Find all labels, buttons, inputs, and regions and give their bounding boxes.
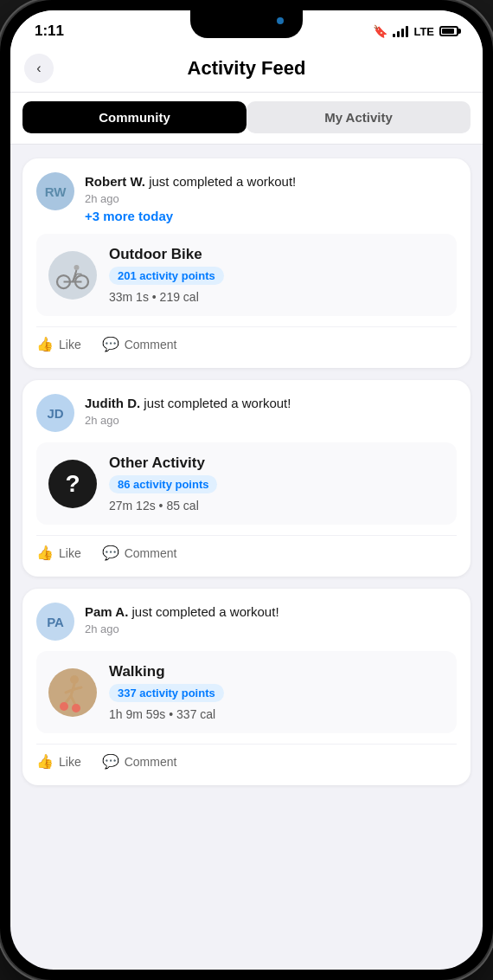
lte-label: LTE	[413, 25, 434, 38]
workout-icon-question: ?	[48, 460, 97, 508]
user-name-pam: Pam A.	[85, 604, 128, 619]
workout-info-robert: Outdoor Bike 201 activity points 33m 1s …	[109, 246, 445, 304]
workout-info-pam: Walking 337 activity points 1h 9m 59s • …	[109, 663, 445, 721]
svg-point-16	[72, 704, 80, 712]
header: ‹ Activity Feed	[10, 47, 483, 93]
like-icon-robert: 👍	[36, 336, 54, 352]
phone-frame: 1:11 🔖 LTE ‹	[0, 0, 493, 980]
user-action-text-pam: just completed a workout!	[131, 604, 279, 619]
comment-icon-judith: 💬	[102, 545, 119, 561]
tab-my-activity[interactable]: My Activity	[246, 101, 471, 133]
workout-stats-judith: 27m 12s • 85 cal	[109, 499, 445, 513]
workout-name-pam: Walking	[109, 663, 445, 680]
activity-card-pam: PA Pam A. just completed a workout! 2h a…	[22, 589, 471, 785]
phone-screen: 1:11 🔖 LTE ‹	[10, 10, 483, 970]
comment-button-robert[interactable]: 💬 Comment	[102, 331, 177, 358]
user-info-judith: Judith D. just completed a workout! 2h a…	[85, 394, 457, 427]
activity-badge-robert: 201 activity points	[109, 267, 224, 285]
back-chevron-icon: ‹	[36, 61, 41, 75]
notch-dot	[277, 17, 284, 24]
user-row-pam: PA Pam A. just completed a workout! 2h a…	[36, 603, 457, 641]
activity-badge-pam: 337 activity points	[109, 684, 224, 702]
action-bar-pam: 👍 Like 💬 Comment	[36, 744, 457, 775]
avatar-judith: JD	[36, 394, 74, 432]
like-label-robert: Like	[59, 338, 81, 351]
user-info-robert: Robert W. just completed a workout! 2h a…	[85, 172, 457, 223]
user-name-robert: Robert W.	[85, 174, 145, 189]
workout-name-judith: Other Activity	[109, 455, 445, 472]
tab-community[interactable]: Community	[22, 101, 246, 133]
user-row-judith: JD Judith D. just completed a workout! 2…	[36, 394, 457, 432]
user-time-judith: 2h ago	[85, 414, 457, 427]
workout-detail-judith: ? Other Activity 86 activity points 27m …	[36, 442, 457, 525]
like-button-pam[interactable]: 👍 Like	[36, 748, 81, 775]
signal-bars-icon	[393, 25, 408, 37]
activity-card-judith: JD Judith D. just completed a workout! 2…	[22, 380, 471, 577]
action-bar-judith: 👍 Like 💬 Comment	[36, 535, 457, 566]
user-action-pam: Pam A. just completed a workout!	[85, 603, 457, 621]
activity-feed: RW Robert W. just completed a workout! 2…	[10, 145, 483, 970]
svg-point-9	[70, 675, 79, 684]
user-time-robert: 2h ago	[85, 192, 457, 205]
like-label-judith: Like	[59, 546, 81, 560]
tab-bar: Community My Activity	[10, 93, 483, 145]
page-title: Activity Feed	[188, 57, 306, 80]
user-action-text-judith: just completed a workout!	[144, 396, 291, 410]
comment-icon-pam: 💬	[102, 753, 119, 770]
like-icon-pam: 👍	[36, 753, 54, 770]
more-today-robert[interactable]: +3 more today	[85, 209, 457, 223]
svg-point-15	[60, 702, 68, 711]
notch	[190, 10, 303, 38]
comment-icon-robert: 💬	[102, 336, 119, 352]
workout-stats-robert: 33m 1s • 219 cal	[109, 290, 445, 304]
back-button[interactable]: ‹	[24, 54, 54, 83]
workout-stats-pam: 1h 9m 59s • 337 cal	[109, 707, 445, 721]
workout-icon-bike	[48, 251, 97, 300]
comment-button-pam[interactable]: 💬 Comment	[102, 748, 177, 775]
activity-badge-judith: 86 activity points	[109, 475, 217, 493]
comment-label-robert: Comment	[125, 338, 177, 351]
like-icon-judith: 👍	[36, 545, 54, 561]
user-row-robert: RW Robert W. just completed a workout! 2…	[36, 172, 457, 223]
like-button-judith[interactable]: 👍 Like	[36, 539, 81, 566]
svg-line-8	[75, 270, 77, 274]
avatar-pam: PA	[36, 603, 74, 641]
comment-label-pam: Comment	[125, 755, 177, 769]
workout-info-judith: Other Activity 86 activity points 27m 12…	[109, 455, 445, 513]
comment-button-judith[interactable]: 💬 Comment	[102, 539, 177, 566]
user-action-robert: Robert W. just completed a workout!	[85, 172, 457, 190]
user-info-pam: Pam A. just completed a workout! 2h ago	[85, 603, 457, 635]
status-time: 1:11	[35, 23, 64, 40]
workout-detail-robert: Outdoor Bike 201 activity points 33m 1s …	[36, 234, 457, 316]
svg-line-14	[74, 687, 81, 689]
avatar-robert: RW	[36, 172, 74, 210]
svg-point-2	[74, 265, 80, 270]
question-mark-icon: ?	[65, 470, 80, 498]
user-action-judith: Judith D. just completed a workout!	[85, 394, 457, 412]
user-action-text-robert: just completed a workout!	[149, 174, 296, 189]
activity-card-robert: RW Robert W. just completed a workout! 2…	[22, 158, 471, 368]
booking-icon: 🔖	[373, 24, 387, 38]
like-label-pam: Like	[59, 755, 81, 769]
battery-icon	[439, 26, 458, 36]
like-button-robert[interactable]: 👍 Like	[36, 331, 81, 358]
user-name-judith: Judith D.	[85, 396, 140, 410]
user-time-pam: 2h ago	[85, 622, 457, 635]
status-icons: 🔖 LTE	[373, 24, 458, 38]
action-bar-robert: 👍 Like 💬 Comment	[36, 326, 457, 358]
workout-name-robert: Outdoor Bike	[109, 246, 445, 263]
workout-icon-walking	[48, 668, 97, 717]
workout-detail-pam: Walking 337 activity points 1h 9m 59s • …	[36, 651, 457, 733]
comment-label-judith: Comment	[125, 546, 177, 560]
